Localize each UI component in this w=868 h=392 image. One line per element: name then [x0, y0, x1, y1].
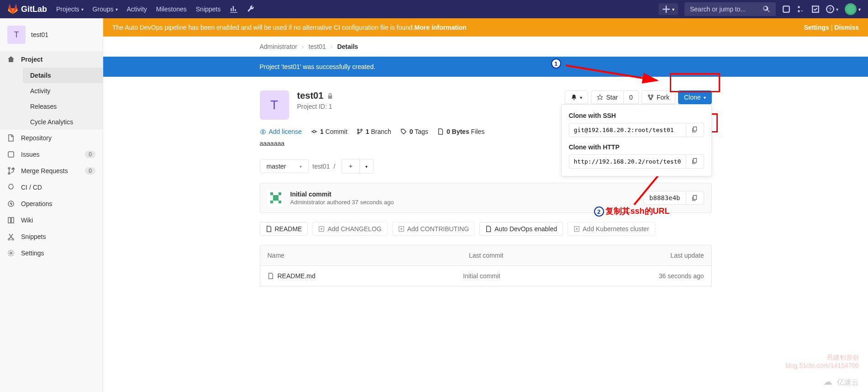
watermark-brand: ☁ 亿速云	[823, 376, 859, 387]
plus-box-icon	[573, 226, 580, 232]
svg-line-11	[566, 65, 657, 80]
todos-icon[interactable]	[811, 5, 820, 13]
user-menu[interactable]: ▾	[845, 3, 861, 15]
gitlab-logo[interactable]: GitLab	[7, 4, 47, 15]
commit-icon	[311, 128, 317, 135]
breadcrumb-current: Details	[337, 43, 358, 50]
path-project[interactable]: test01	[312, 163, 330, 170]
tags-stat[interactable]: 0 Tags	[400, 128, 428, 135]
sidebar-item-issues[interactable]: Issues 0	[0, 146, 103, 163]
banner-settings-link[interactable]: Settings	[804, 24, 829, 31]
issues-icon	[7, 151, 15, 158]
sidebar-item-operations[interactable]: Operations	[0, 196, 103, 212]
commits-stat[interactable]: 1 Commit	[311, 128, 347, 135]
top-navbar: GitLab Projects ▾ Groups ▾ Activity Mile…	[0, 0, 868, 18]
star-button[interactable]: Star	[591, 90, 624, 104]
project-avatar-small: T	[7, 26, 26, 44]
sidebar-item-repository[interactable]: Repository	[0, 130, 103, 146]
copy-ssh-button[interactable]	[686, 123, 704, 137]
branch-icon	[357, 128, 363, 135]
sidebar-item-project[interactable]: Project	[0, 51, 103, 68]
sidebar-item-details[interactable]: Details	[23, 68, 103, 83]
lock-icon	[327, 93, 333, 99]
svg-point-5	[10, 252, 12, 254]
clone-ssh-input[interactable]	[569, 123, 686, 137]
file-icon	[266, 226, 272, 232]
project-avatar-large: T	[260, 90, 289, 120]
svg-text:?: ?	[829, 7, 831, 12]
branch-select[interactable]: master ▾	[260, 159, 309, 173]
nav-links: Projects ▾ Groups ▾ Activity Milestones …	[56, 5, 255, 13]
banner-dismiss-link[interactable]: Dismiss	[834, 24, 859, 31]
sidebar-item-releases[interactable]: Releases	[23, 99, 103, 114]
add-changelog-button[interactable]: Add CHANGELOG	[312, 222, 387, 236]
clone-button[interactable]: Clone ▾	[678, 90, 712, 104]
nav-wrench-icon[interactable]	[247, 5, 255, 13]
autodevops-button[interactable]: Auto DevOps enabled	[479, 222, 563, 236]
tanuki-icon	[7, 4, 18, 15]
snippets-icon	[7, 233, 15, 240]
file-icon	[437, 128, 444, 135]
search-placeholder: Search or jump to...	[690, 5, 746, 13]
main-content: The Auto DevOps pipeline has been enable…	[103, 18, 868, 392]
action-buttons-row: README Add CHANGELOG Add CONTRIBUTING Au…	[260, 222, 712, 236]
branches-stat[interactable]: 1 Branch	[357, 128, 391, 135]
star-icon	[597, 94, 603, 101]
issues-icon[interactable]	[782, 5, 790, 13]
add-contributing-button[interactable]: Add CONTRIBUTING	[392, 222, 475, 236]
fork-button[interactable]: Fork	[642, 90, 675, 104]
merge-requests-icon[interactable]	[797, 5, 805, 13]
size-stat[interactable]: 0 Bytes Files	[437, 128, 484, 135]
file-commit: Initial commit	[463, 272, 659, 280]
file-icon	[485, 226, 492, 232]
project-content: T test01 Project ID: 1 ▾	[260, 77, 712, 300]
add-file-dropdown[interactable]: ▾	[360, 159, 374, 174]
breadcrumb-project[interactable]: test01	[309, 43, 326, 50]
nav-snippets[interactable]: Snippets	[196, 5, 221, 13]
table-row[interactable]: README.md Initial commit 36 seconds ago	[260, 266, 712, 286]
nav-milestones[interactable]: Milestones	[156, 5, 187, 13]
sidebar-item-activity[interactable]: Activity	[23, 83, 103, 99]
mr-count: 0	[85, 167, 95, 175]
add-kubernetes-button[interactable]: Add Kubernetes cluster	[568, 222, 655, 236]
sidebar-item-cicd[interactable]: CI / CD	[0, 179, 103, 196]
star-group: Star 0	[591, 90, 638, 104]
notification-button[interactable]: ▾	[565, 90, 588, 104]
avatar	[845, 3, 857, 15]
success-banner: Project 'test01' was successfully create…	[103, 57, 868, 77]
sidebar-item-cycle-analytics[interactable]: Cycle Analytics	[23, 114, 103, 130]
help-dropdown[interactable]: ? ▾	[826, 5, 838, 13]
clone-ssh-label: Clone with SSH	[569, 112, 704, 119]
add-file-button[interactable]: ＋	[342, 159, 360, 174]
annotation-number-2: 2	[594, 207, 604, 217]
sidebar-item-wiki[interactable]: Wiki	[0, 212, 103, 228]
gear-icon	[7, 249, 15, 257]
nav-groups[interactable]: Groups ▾	[93, 5, 118, 13]
ops-icon	[7, 200, 15, 207]
nav-chart-icon[interactable]	[230, 5, 238, 13]
annotation-arrow-1	[561, 58, 666, 86]
svg-point-6	[313, 130, 315, 132]
sidebar-item-snippets[interactable]: Snippets	[0, 228, 103, 245]
clone-http-input[interactable]	[569, 154, 686, 169]
nav-projects[interactable]: Projects ▾	[56, 5, 84, 13]
sidebar-project-header[interactable]: T test01	[0, 18, 103, 51]
star-count[interactable]: 0	[624, 90, 639, 104]
sidebar-item-merge-requests[interactable]: Merge Requests 0	[0, 163, 103, 179]
new-dropdown[interactable]: ▾	[658, 3, 678, 15]
breadcrumb-admin[interactable]: Administrator	[260, 43, 297, 50]
copy-http-button[interactable]	[686, 154, 704, 169]
nav-activity[interactable]: Activity	[127, 5, 147, 13]
add-license-link[interactable]: Add license	[260, 128, 302, 135]
readme-button[interactable]: README	[260, 222, 308, 236]
file-name: README.md	[278, 272, 316, 280]
project-name-sidebar: test01	[31, 31, 48, 38]
svg-rect-0	[783, 6, 789, 12]
sidebar-item-settings[interactable]: Settings	[0, 245, 103, 261]
commit-title[interactable]: Initial commit	[290, 191, 394, 198]
more-info-link[interactable]: More information	[415, 24, 467, 31]
plus-box-icon	[398, 226, 405, 232]
svg-rect-3	[8, 152, 14, 157]
search-input[interactable]: Search or jump to...	[684, 2, 776, 16]
project-actions: ▾ Star 0 Fork Clone	[565, 90, 711, 104]
